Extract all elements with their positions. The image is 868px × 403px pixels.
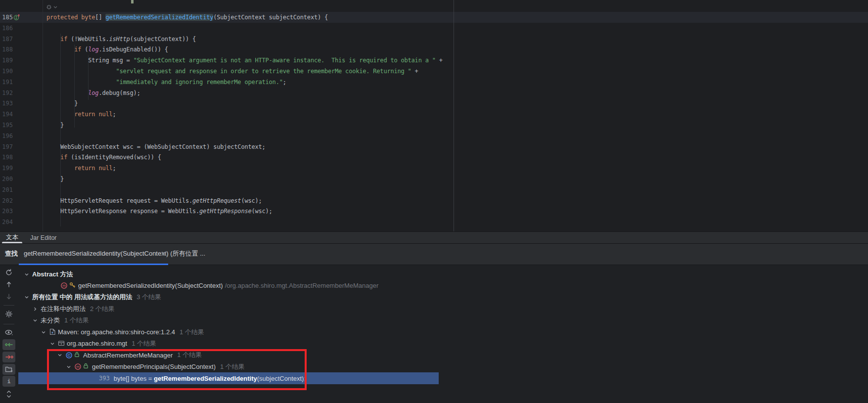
- tree-item-label: 所有位置 中的 用法或基方法的用法: [32, 293, 132, 302]
- refresh-icon[interactable]: [2, 267, 15, 278]
- tree-row[interactable]: 所有位置 中的 用法或基方法的用法3 个结果: [18, 292, 161, 303]
- code-token: ;: [283, 79, 286, 86]
- key-icon: [69, 282, 77, 289]
- code-editor-top[interactable]: 185protected byte[] getRememberedSeriali…: [0, 0, 868, 231]
- code-token: ;: [112, 165, 116, 172]
- ide-window: 185protected byte[] getRememberedSeriali…: [0, 0, 868, 403]
- line-number: 192: [1, 88, 13, 98]
- line-number: 203: [1, 206, 13, 217]
- close-icon[interactable]: ✕: [159, 249, 168, 258]
- code-line: }: [46, 120, 64, 131]
- chevron-right-icon[interactable]: [32, 306, 38, 312]
- tab-jar-editor[interactable]: Jar Editor: [24, 232, 63, 243]
- line-number: 197: [1, 141, 13, 152]
- lock-icon: [83, 363, 91, 370]
- code-token: if: [60, 154, 67, 161]
- annotation-settings-icon[interactable]: [46, 3, 58, 12]
- line-number: 204: [1, 217, 13, 227]
- code-token: [46, 46, 74, 53]
- chevron-down-icon[interactable]: [57, 352, 63, 358]
- tree-row[interactable]: org.apache.shiro.mgt1 个结果: [18, 338, 156, 349]
- toolwindow-title: 查找: [5, 244, 18, 264]
- code-token: log: [88, 90, 98, 96]
- tree-row[interactable]: CAbstractRememberMeManager1 个结果: [18, 350, 202, 361]
- code-token: if: [74, 46, 81, 53]
- preview-eye-icon[interactable]: [2, 327, 15, 338]
- result-count: 1 个结果: [132, 339, 156, 348]
- line-number: 194: [1, 109, 13, 120]
- tree-item-label: 在注释中的用法: [41, 305, 86, 313]
- navigate-to-source-icon[interactable]: [2, 339, 15, 350]
- line-number: 188: [1, 44, 13, 55]
- toolbar-separator: [3, 324, 14, 324]
- code-token: (subjectContext)) {: [130, 36, 196, 43]
- code-token: (: [81, 46, 88, 53]
- tab-text-label: 文本: [6, 233, 18, 242]
- find-toolwindow-header: 查找 getRememberedSerializedIdentity(Subje…: [0, 243, 868, 265]
- chevron-down-icon[interactable]: [24, 271, 30, 277]
- tree-row[interactable]: mgetRememberedSerializedIdentity(Subject…: [18, 280, 378, 291]
- code-line: return null;: [46, 109, 116, 120]
- pkg-icon: [58, 340, 65, 347]
- settings-gear-icon[interactable]: [2, 309, 15, 319]
- chevron-down-icon[interactable]: [49, 341, 55, 347]
- tree-row[interactable]: 在注释中的用法2 个结果: [18, 303, 115, 314]
- autoscroll-from-source-icon[interactable]: [2, 352, 15, 362]
- expand-collapse-icon[interactable]: [2, 389, 15, 400]
- result-row-content[interactable]: 393byte[] bytes = getRememberedSerialize…: [18, 373, 306, 384]
- code-token: isHttp: [109, 36, 130, 43]
- code-token: (wsc);: [241, 197, 262, 204]
- result-line-number: 393: [99, 375, 110, 382]
- method-icon: m: [74, 363, 82, 370]
- code-token: WebSubjectContext wsc = (WebSubjectConte…: [46, 143, 266, 150]
- tree-item-label: Abstract 方法: [32, 270, 73, 279]
- find-tab-label: getRememberedSerializedIdentity(SubjectC…: [24, 244, 205, 264]
- line-number: 190: [1, 66, 13, 77]
- chevron-down-icon[interactable]: [41, 329, 46, 335]
- code-token: "SubjectContext argument is not an HTTP-…: [134, 57, 436, 64]
- find-toolwindow-body: i Abstract 方法mgetRememberedSerializedIde…: [0, 265, 868, 403]
- code-token: HttpServletRequest request = WebUtils.: [46, 197, 192, 204]
- code-token: [46, 79, 116, 86]
- method-icon: m: [60, 282, 68, 289]
- code-token: "immediately and ignoring rememberMe ope…: [116, 79, 283, 86]
- tree-row[interactable]: Abstract 方法: [18, 269, 73, 280]
- usage-info-icon[interactable]: i: [2, 376, 15, 387]
- new-usage-view-icon[interactable]: [2, 364, 15, 375]
- tab-text[interactable]: 文本: [0, 232, 24, 243]
- code-token: [46, 36, 60, 43]
- tree-item-label: getRememberedSerializedIdentity(SubjectC…: [78, 282, 223, 289]
- next-occurrence-icon[interactable]: [2, 291, 15, 302]
- code-token: (!WebUtils.: [67, 36, 109, 43]
- tree-row[interactable]: 未分类1 个结果: [18, 315, 89, 326]
- tree-row[interactable]: mgetRememberedPrincipals(SubjectContext)…: [18, 361, 245, 372]
- line-number: 187: [1, 34, 13, 45]
- lock-icon: [74, 352, 82, 359]
- code-token: +: [411, 68, 418, 75]
- previous-occurrence-icon[interactable]: [2, 279, 15, 290]
- code-line: String msg = "SubjectContext argument is…: [46, 55, 443, 66]
- right-margin-guide: [454, 0, 454, 231]
- code-line: }: [46, 174, 64, 184]
- tree-item-label: 未分类: [41, 316, 60, 325]
- code-line: if (!WebUtils.isHttp(subjectContext)) {: [46, 34, 196, 45]
- code-token: return null: [74, 111, 112, 118]
- code-line: "immediately and ignoring rememberMe ope…: [46, 77, 286, 88]
- svg-text:C: C: [68, 353, 71, 358]
- chevron-down-icon[interactable]: [66, 364, 72, 370]
- code-token: log: [88, 46, 98, 53]
- tree-item-label: AbstractRememberMeManager: [83, 352, 173, 359]
- result-count: 2 个结果: [90, 305, 115, 313]
- svg-text:m: m: [62, 284, 66, 288]
- line-number: 202: [1, 195, 13, 206]
- tree-row[interactable]: Maven: org.apache.shiro:shiro-core:1.2.4…: [18, 326, 204, 338]
- code-token: getRememberedSerializedIdentity: [105, 14, 213, 21]
- line-number: 199: [1, 163, 13, 174]
- tree-item-label: Maven: org.apache.shiro:shiro-core:1.2.4: [58, 328, 175, 336]
- usages-tree[interactable]: Abstract 方法mgetRememberedSerializedIdent…: [18, 265, 439, 403]
- code-token: getHttpRequest: [192, 197, 241, 204]
- result-count: 3 个结果: [137, 293, 161, 302]
- chevron-down-icon[interactable]: [24, 294, 30, 300]
- chevron-down-icon[interactable]: [32, 317, 38, 323]
- implementing-method-gutter-icon[interactable]: [13, 14, 20, 21]
